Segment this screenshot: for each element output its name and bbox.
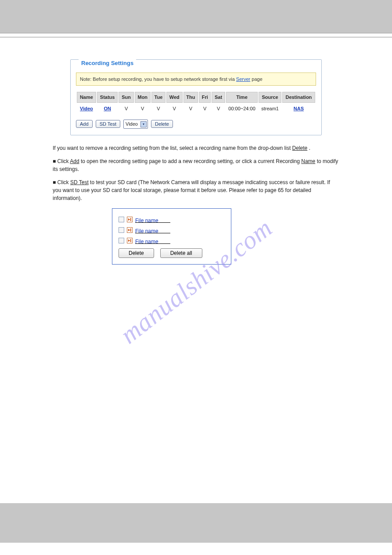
file-name-link[interactable]: File name: [135, 217, 170, 223]
bullet-3b: to test your SD card (The Network Camera…: [90, 179, 311, 185]
cell-source: stream1: [259, 104, 281, 114]
file-checkbox[interactable]: [119, 238, 124, 243]
chevron-down-icon: ▾: [140, 121, 147, 127]
col-status: Status: [97, 92, 118, 103]
body-paragraph-3: ■ Click SD Test to test your SD card (Th…: [53, 178, 339, 202]
file-row: File name: [119, 238, 225, 244]
col-sat: Sat: [212, 92, 225, 103]
file-row: File name: [119, 227, 225, 233]
file-row: File name: [119, 217, 225, 223]
destination-link[interactable]: NAS: [294, 106, 304, 111]
cell-mon: V: [135, 104, 151, 114]
recording-status-link[interactable]: ON: [104, 106, 111, 111]
col-source: Source: [259, 92, 281, 103]
name-underline-ref: Name: [301, 158, 315, 164]
note-box: Note: Before setup recording, you have t…: [76, 73, 316, 86]
add-underline-ref: Add: [70, 158, 79, 164]
col-thu: Thu: [183, 92, 198, 103]
select-value: Video: [126, 121, 138, 127]
bullet-3a: ■ Click: [53, 179, 70, 185]
col-time: Time: [226, 92, 258, 103]
cell-sun: V: [119, 104, 133, 114]
recording-settings-panel: Recording Settings Note: Before setup re…: [70, 59, 322, 135]
col-mon: Mon: [135, 92, 151, 103]
note-text-suffix: page: [252, 76, 262, 82]
svg-rect-0: [130, 218, 131, 221]
col-tue: Tue: [151, 92, 165, 103]
svg-rect-2: [130, 239, 131, 242]
bullet-2b: to open the recording setting page to ad…: [81, 158, 301, 164]
col-destination: Destination: [282, 92, 315, 103]
recording-select[interactable]: Video ▾: [123, 120, 148, 129]
svg-rect-1: [130, 229, 131, 232]
download-arrow-icon: [127, 227, 133, 233]
body-text-1: If you want to remove a recording settin…: [53, 145, 292, 151]
body-paragraph-2: ■ Click Add to open the recording settin…: [53, 157, 339, 173]
dialog-delete-button[interactable]: Delete: [119, 248, 154, 258]
col-name: Name: [77, 92, 96, 103]
sdtest-underline-ref: SD Test: [70, 179, 89, 185]
file-name-link[interactable]: File name: [135, 227, 170, 233]
body-paragraph-1: If you want to remove a recording settin…: [53, 144, 339, 152]
page-content: Recording Settings Note: Before setup re…: [0, 37, 392, 503]
col-fri: Fri: [199, 92, 211, 103]
file-name-link[interactable]: File name: [135, 238, 170, 244]
col-sun: Sun: [119, 92, 133, 103]
file-checkbox[interactable]: [119, 227, 124, 233]
body-text-1b: .: [309, 145, 310, 151]
server-link[interactable]: Server: [236, 76, 250, 82]
cell-sat: V: [212, 104, 225, 114]
col-wed: Wed: [166, 92, 183, 103]
delete-button[interactable]: Delete: [151, 120, 173, 128]
cell-tue: V: [151, 104, 165, 114]
dialog-delete-all-button[interactable]: Delete all: [160, 248, 202, 258]
toolbar: Add SD Test Video ▾ Delete: [76, 120, 316, 129]
footer-bar: [0, 503, 392, 543]
cell-time: 00:00~24:00: [226, 104, 258, 114]
sd-test-button[interactable]: SD Test: [96, 120, 120, 128]
bullet-2a: ■ Click: [53, 158, 70, 164]
recording-name-link[interactable]: Video: [80, 106, 93, 111]
header-bar: [0, 0, 392, 33]
note-text-prefix: Note: Before setup recording, you have t…: [80, 76, 236, 82]
download-arrow-icon: [127, 238, 133, 243]
panel-legend: Recording Settings: [79, 59, 136, 68]
recording-table: Name Status Sun Mon Tue Wed Thu Fri Sat …: [76, 91, 316, 114]
add-button[interactable]: Add: [76, 120, 93, 128]
table-row: Video ON V V V V V V V 00:00~24:00 strea…: [77, 104, 315, 114]
delete-underline-ref: Delete: [292, 145, 308, 151]
cell-fri: V: [199, 104, 211, 114]
download-arrow-icon: [127, 217, 133, 222]
cell-thu: V: [183, 104, 198, 114]
file-checkbox[interactable]: [119, 217, 124, 222]
cell-wed: V: [166, 104, 183, 114]
file-list-box: File name File name File name Delete Del…: [112, 208, 231, 265]
